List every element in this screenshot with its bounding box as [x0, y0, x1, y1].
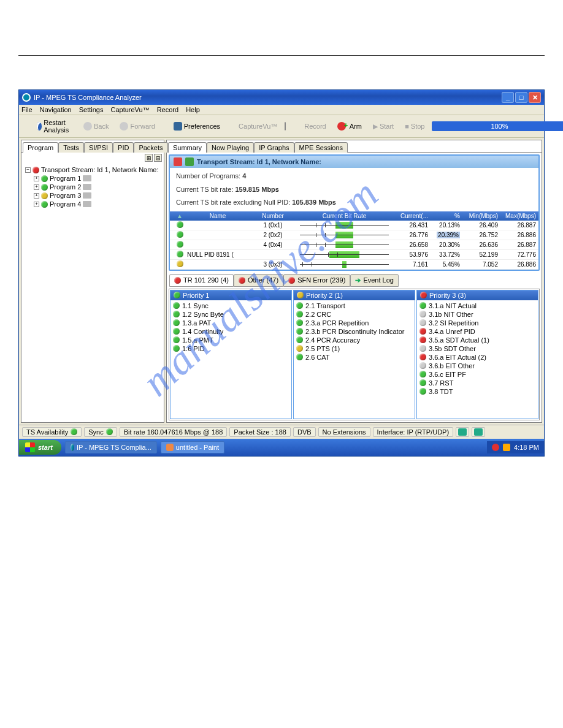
status-icon: [296, 319, 303, 326]
program-icon: [83, 184, 91, 190]
status-icon: [297, 292, 304, 298]
menu-settings[interactable]: Settings: [79, 106, 104, 113]
priority-item[interactable]: 3.6.b EIT Other: [419, 362, 535, 370]
forward-button[interactable]: Forward: [116, 120, 158, 132]
priority-item[interactable]: 3.5.a SDT Actual (1): [419, 336, 535, 344]
preferences-button[interactable]: Preferences: [170, 120, 224, 132]
priority-item[interactable]: 3.6.a EIT Actual (2): [419, 353, 535, 362]
menu-file[interactable]: File: [21, 106, 33, 113]
priority-header: Priority 3 (3): [417, 290, 538, 300]
tray-icon[interactable]: [492, 444, 499, 451]
tab-program[interactable]: Program: [23, 142, 58, 153]
error-tab[interactable]: Other (47): [234, 274, 283, 287]
priority-item[interactable]: 2.5 PTS (1): [296, 344, 412, 353]
error-tab[interactable]: TR 101 290 (4): [169, 274, 234, 287]
record-label: Record: [301, 121, 329, 132]
maximize-button[interactable]: □: [515, 92, 527, 103]
priority-item[interactable]: 1.6 PID: [173, 344, 289, 353]
task-item-paint[interactable]: untitled - Paint: [161, 441, 224, 453]
tab-now-playing[interactable]: Now Playing: [207, 142, 254, 153]
sb-icon-1[interactable]: [456, 427, 469, 437]
priority-item[interactable]: 1.1 Sync: [173, 301, 289, 310]
tab-mpe-sessions[interactable]: MPE Sessions: [294, 142, 348, 153]
statusbar: TS Availability Sync Bit rate 160.047616…: [19, 425, 544, 439]
task-item-analyzer[interactable]: IP - MPEG TS Complia...: [65, 441, 157, 453]
menu-capturevu[interactable]: CaptureVu™: [110, 106, 149, 113]
priority-item[interactable]: 3.2 SI Repetition: [419, 319, 535, 327]
menu-record[interactable]: Record: [157, 106, 178, 113]
status-icon: [419, 345, 426, 352]
priority-item[interactable]: 2.2 CRC: [296, 310, 412, 319]
priority-item[interactable]: 3.1.a NIT Actual: [419, 301, 535, 310]
bitrate-bar: [300, 251, 389, 258]
close-button[interactable]: ✕: [529, 92, 541, 103]
program-icon: [83, 192, 91, 199]
status-icon: [41, 192, 48, 199]
priority-item[interactable]: 1.4 Continuity: [173, 327, 289, 336]
expand-all-icon[interactable]: ⊞: [145, 154, 153, 162]
priority-item[interactable]: 3.1b NIT Other: [419, 310, 535, 319]
tray-icon-2[interactable]: [503, 444, 510, 451]
tree-item[interactable]: +Program 3: [34, 191, 160, 200]
titlebar[interactable]: IP - MPEG TS Compliance Analyzer _ □ ✕: [19, 90, 544, 105]
priority-item[interactable]: 1.3.a PAT: [173, 319, 289, 327]
tab-sipsi[interactable]: SI/PSI: [84, 142, 113, 153]
priority-item[interactable]: 2.1 Transport: [296, 301, 412, 310]
table-row[interactable]: 2 (0x2) 26.776 20.39% 26.752 26.886: [170, 230, 538, 240]
start-button[interactable]: ▶Start: [369, 121, 397, 132]
status-icon: [173, 319, 180, 326]
tab-packets[interactable]: Packets: [134, 142, 167, 153]
priority-item[interactable]: 3.4.a Unref PID: [419, 327, 535, 336]
status-icon: [41, 175, 48, 182]
minimize-button[interactable]: _: [502, 92, 514, 103]
tab-ip-graphs[interactable]: IP Graphs: [254, 142, 294, 153]
table-row[interactable]: 3 (0x3) 7.161 5.45% 7.052 26.886: [170, 260, 538, 270]
menu-help[interactable]: Help: [186, 106, 200, 113]
sb-packet-size: Packet Size : 188: [229, 427, 291, 437]
app-window: IP - MPEG TS Compliance Analyzer _ □ ✕ F…: [18, 89, 545, 457]
priority-item[interactable]: 3.7 RST: [419, 379, 535, 387]
sb-icon-2[interactable]: [472, 427, 485, 437]
bitrate-bar: [300, 222, 389, 229]
arm-button[interactable]: +Arm: [334, 120, 366, 132]
status-icon: [419, 354, 426, 360]
bitrate-bar: [300, 241, 389, 248]
collapse-all-icon[interactable]: ⊟: [154, 154, 162, 162]
tree-item[interactable]: +Program 1: [34, 174, 160, 183]
system-tray[interactable]: 4:18 PM: [487, 441, 544, 453]
tree-item[interactable]: +Program 2: [34, 183, 160, 191]
table-row[interactable]: NULL PID 8191 ( 53.976 33.72% 52.199 72.…: [170, 250, 538, 260]
ts-icon-2: [185, 157, 194, 166]
sb-ts-availability: TS Availability: [22, 427, 82, 437]
tree-item[interactable]: +Program 4: [34, 200, 160, 208]
capture-icon-1[interactable]: [285, 122, 286, 131]
stop-button[interactable]: ■Stop: [401, 121, 428, 132]
program-icon: [83, 175, 91, 181]
priority-item[interactable]: 2.6 CAT: [296, 353, 412, 362]
menu-navigation[interactable]: Navigation: [40, 106, 72, 113]
priority-item[interactable]: 2.3.b PCR Discontinuity Indicator: [296, 327, 412, 336]
start-button-taskbar[interactable]: start: [19, 440, 61, 455]
ts-table-header[interactable]: ▲ Name Number Current Bit Rate Current(.…: [170, 211, 538, 221]
table-row[interactable]: 4 (0x4) 26.658 20.30% 26.636 26.887: [170, 240, 538, 250]
priority-item[interactable]: 1.2 Sync Byte: [173, 310, 289, 319]
priority-item[interactable]: 3.8 TDT: [419, 387, 535, 396]
priority-item[interactable]: 1.5.a PMT: [173, 336, 289, 344]
status-icon: [296, 302, 303, 309]
tree-root[interactable]: − Transport Stream: Id 1, Network Name:: [25, 165, 160, 174]
priority-item[interactable]: 3.5b SDT Other: [419, 344, 535, 353]
error-tab[interactable]: SFN Error (239): [283, 274, 350, 287]
priority-item[interactable]: 2.4 PCR Accuracy: [296, 336, 412, 344]
status-icon: [177, 231, 183, 238]
left-panel: Program Tests SI/PSI PID Packets ⊞ ⊟ − T…: [21, 140, 164, 423]
error-tab[interactable]: ➔Event Log: [350, 274, 399, 287]
back-button[interactable]: Back: [80, 120, 112, 132]
tab-tests[interactable]: Tests: [58, 142, 84, 153]
restart-analysis-button[interactable]: Restart Analysis: [33, 117, 76, 135]
status-icon: [296, 345, 303, 352]
table-row[interactable]: 1 (0x1) 26.431 20.13% 26.409 26.887: [170, 221, 538, 230]
tab-summary[interactable]: Summary: [168, 142, 207, 153]
tab-pid[interactable]: PID: [113, 142, 134, 153]
priority-item[interactable]: 2.3.a PCR Repetition: [296, 319, 412, 327]
priority-item[interactable]: 3.6.c EIT PF: [419, 370, 535, 379]
